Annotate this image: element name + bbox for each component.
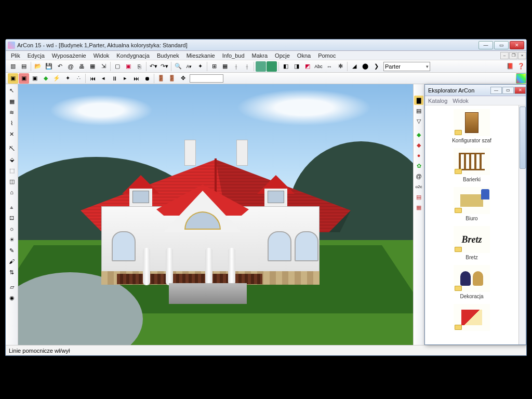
ruler-icon[interactable]: ⟊ xyxy=(231,61,241,72)
catalog2-icon[interactable]: ▤ xyxy=(414,192,423,202)
play-end-icon[interactable]: ⏭ xyxy=(131,73,141,84)
door-icon[interactable]: 🚪 xyxy=(156,73,166,84)
view3d-4-icon[interactable]: ◆ xyxy=(41,73,51,84)
door2-icon[interactable]: 🚪 xyxy=(167,73,177,84)
explorer-item-bretz[interactable]: Bretz Bretz xyxy=(428,225,515,260)
explorer-maximize-button[interactable]: ▭ xyxy=(502,87,514,94)
pen-tool-icon[interactable]: ✎ xyxy=(7,245,17,256)
obj-sphere-icon[interactable]: ● xyxy=(414,151,423,160)
cross-tool-icon[interactable]: ✕ xyxy=(7,129,17,139)
folder-icon[interactable]: ▇ xyxy=(414,96,423,105)
bucket-tool-icon[interactable]: ⬙ xyxy=(7,154,17,165)
view3d-2-icon[interactable]: ▣ xyxy=(19,73,29,84)
minimize-button[interactable]: — xyxy=(478,41,493,49)
catalog-icon[interactable]: ▤ xyxy=(414,106,423,115)
text-icon[interactable]: Abc xyxy=(313,61,324,72)
light-tool-icon[interactable]: ☼ xyxy=(7,223,17,234)
at-icon[interactable]: @ xyxy=(414,171,423,181)
spray-icon[interactable]: ∴ xyxy=(73,73,84,84)
roof-tool-icon[interactable]: ⌂ xyxy=(7,187,17,197)
trowel-tool-icon[interactable]: ⛏ xyxy=(7,143,17,154)
catalog3-icon[interactable]: ▦ xyxy=(414,203,423,212)
layers-icon[interactable]: ▤ xyxy=(19,61,29,72)
3d-viewport[interactable] xyxy=(18,84,413,345)
elev-icon[interactable]: ◨ xyxy=(291,61,302,72)
mdi-minimize-button[interactable]: – xyxy=(500,52,509,59)
palette-icon[interactable] xyxy=(516,73,526,84)
explorer-menu-katalog[interactable]: Katalog xyxy=(428,98,447,104)
titlebar[interactable]: ArCon 15 - wd - [Budynek 1,Parter, Aktua… xyxy=(6,39,526,51)
context-help-icon[interactable]: ❓ xyxy=(516,61,526,72)
menu-kondygnacja[interactable]: Kondygnacja xyxy=(113,52,153,59)
filter-icon[interactable]: ▽ xyxy=(414,116,423,126)
scrollbar-thumb[interactable] xyxy=(520,107,526,169)
play-next-icon[interactable]: ▸ xyxy=(120,73,130,84)
section-icon[interactable]: ◧ xyxy=(281,61,291,72)
center-icon[interactable]: ✦ xyxy=(195,61,205,72)
explorer-menu-widok[interactable]: Widok xyxy=(453,98,469,104)
sparkle-icon[interactable]: ✦ xyxy=(62,73,73,84)
open-icon[interactable]: 📂 xyxy=(33,61,43,72)
align-tool-icon[interactable]: ≋ xyxy=(7,107,17,117)
select-tool-icon[interactable]: ↖ xyxy=(7,85,17,96)
play-prev-icon[interactable]: ◂ xyxy=(98,73,109,84)
redo-icon[interactable]: ↷▾ xyxy=(159,61,169,72)
menu-widok[interactable]: Widok xyxy=(90,52,113,59)
obj-chair-icon[interactable]: ◆ xyxy=(414,130,423,139)
undo-icon[interactable]: ↶ xyxy=(55,61,65,72)
preview-icon[interactable]: ▦ xyxy=(87,61,98,72)
explorer-close-button[interactable]: ✕ xyxy=(514,87,526,94)
view3d-3-icon[interactable]: ▣ xyxy=(30,73,40,84)
measure-tool-icon[interactable]: ⇅ xyxy=(7,267,17,277)
flash2-icon[interactable]: ⚡ xyxy=(51,73,62,84)
ruler2-icon[interactable]: ⟊ xyxy=(242,61,252,72)
new-project-icon[interactable]: ▥ xyxy=(8,61,18,72)
zoom-text-icon[interactable]: A▾ xyxy=(184,61,194,72)
mdi-restore-button[interactable]: ❐ xyxy=(509,52,517,59)
eraser-tool-icon[interactable]: ▱ xyxy=(7,282,17,292)
export-icon[interactable]: ⇲ xyxy=(98,61,109,72)
snap-icon[interactable]: ▦ xyxy=(220,61,230,72)
save-icon[interactable]: 💾 xyxy=(44,61,54,72)
roof-view-icon[interactable]: ◩ xyxy=(302,61,313,72)
explorer-item-barierki[interactable]: Barierki xyxy=(428,148,515,182)
menu-makra[interactable]: Makra xyxy=(249,52,271,59)
render-icon[interactable]: ⬤ xyxy=(360,61,370,72)
floor-selector[interactable]: Parter xyxy=(383,62,430,71)
terrain2-icon[interactable] xyxy=(267,61,277,72)
explorer-minimize-button[interactable]: — xyxy=(490,87,502,94)
explorer-item-more[interactable] xyxy=(428,303,515,331)
menu-pomoc[interactable]: Pomoc xyxy=(315,52,339,59)
menu-mieszkanie[interactable]: Mieszkanie xyxy=(183,52,218,59)
menu-okna[interactable]: Okna xyxy=(294,52,314,59)
view3d-1-icon[interactable]: ▣ xyxy=(8,73,18,84)
menu-infobud[interactable]: Info_bud xyxy=(219,52,248,59)
sun-tool-icon[interactable]: ☀ xyxy=(7,234,17,245)
email-icon[interactable]: @ xyxy=(65,61,76,72)
maximize-button[interactable]: ▭ xyxy=(494,41,509,49)
flash-icon[interactable]: ❯ xyxy=(371,61,381,72)
wall-tool-icon[interactable]: ⬚ xyxy=(7,165,17,176)
close-button[interactable]: ✕ xyxy=(510,41,524,49)
multiwindow-icon[interactable]: ▣ xyxy=(123,61,134,72)
record-icon[interactable]: ⏺ xyxy=(142,73,152,84)
window-icon[interactable]: ▢ xyxy=(112,61,123,72)
obj-cube-icon[interactable]: ◆ xyxy=(414,140,423,150)
group-tool-icon[interactable]: ⊡ xyxy=(7,212,17,223)
menu-edycja[interactable]: Edycja xyxy=(24,52,48,59)
line-tool-icon[interactable]: ⌇ xyxy=(7,118,17,128)
opening-tool-icon[interactable]: ◫ xyxy=(7,176,17,187)
mdi-close-button[interactable]: × xyxy=(518,52,526,59)
label-tool-icon[interactable]: ◉ xyxy=(7,292,17,303)
print-icon[interactable]: 🖶 xyxy=(76,61,87,72)
menu-wyposazenie[interactable]: Wyposażenie xyxy=(49,52,89,59)
dimension-icon[interactable]: ↔ xyxy=(324,61,335,72)
explorer-panel[interactable]: Eksplorator ArCon — ▭ ✕ Katalog Widok Ko… xyxy=(424,84,526,345)
copy-icon[interactable]: ⎘ xyxy=(134,61,144,72)
coord-input[interactable] xyxy=(190,74,223,83)
menu-opcje[interactable]: Opcje xyxy=(272,52,293,59)
explorer-scrollbar[interactable] xyxy=(518,105,526,344)
menu-budynek[interactable]: Budynek xyxy=(154,52,182,59)
obj-plant-icon[interactable]: ✿ xyxy=(414,161,423,170)
explorer-item-biuro[interactable]: Biuro xyxy=(428,187,515,221)
